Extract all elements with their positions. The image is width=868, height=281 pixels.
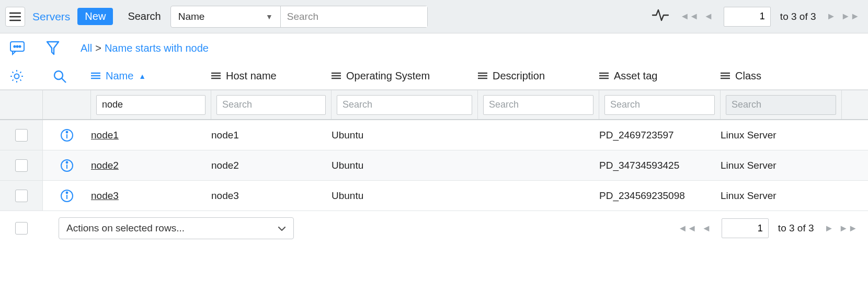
prev-page-icon[interactable]: ◄ bbox=[701, 223, 712, 234]
select-all-checkbox[interactable] bbox=[15, 222, 28, 235]
table-row: node3 node3 Ubuntu PD_234569235098 Linux… bbox=[0, 181, 868, 211]
row-name-link[interactable]: node3 bbox=[91, 190, 119, 201]
table-row: node1 node1 Ubuntu PD_2469723597 Linux S… bbox=[0, 120, 868, 150]
filter-input-hostname[interactable] bbox=[216, 95, 326, 115]
row-asset: PD_234569235098 bbox=[599, 190, 721, 202]
row-host: node3 bbox=[211, 190, 332, 202]
column-header-os[interactable]: Operating System bbox=[332, 70, 478, 82]
next-page-icon[interactable]: ► bbox=[824, 223, 835, 234]
row-checkbox[interactable] bbox=[15, 129, 28, 142]
column-header-name[interactable]: Name ▲ bbox=[91, 70, 211, 82]
filter-input-assettag[interactable] bbox=[604, 95, 715, 115]
column-header-hostname[interactable]: Host name bbox=[211, 70, 332, 82]
search-column-button[interactable] bbox=[43, 69, 91, 84]
last-page-icon[interactable]: ►► bbox=[838, 223, 859, 234]
row-os: Ubuntu bbox=[332, 160, 478, 171]
filter-input-os[interactable] bbox=[337, 95, 472, 115]
bulk-actions-label: Actions on selected rows... bbox=[66, 223, 185, 234]
top-toolbar: Servers New Search Name ▼ ◄◄ ◄ to 3 of 3… bbox=[0, 0, 868, 33]
column-header-row: Name ▲ Host name Operating System Descri… bbox=[0, 63, 868, 90]
pager-nav-right: ► ►► bbox=[826, 11, 861, 22]
svg-point-37 bbox=[66, 192, 68, 193]
chevron-down-icon bbox=[278, 223, 286, 234]
row-checkbox[interactable] bbox=[15, 190, 28, 202]
last-page-icon[interactable]: ►► bbox=[840, 11, 861, 22]
filter-input-name[interactable] bbox=[96, 95, 205, 115]
first-page-icon[interactable]: ◄◄ bbox=[679, 11, 700, 22]
new-button[interactable]: New bbox=[77, 8, 113, 25]
filter-input-class[interactable] bbox=[726, 95, 836, 115]
sort-asc-icon: ▲ bbox=[139, 72, 146, 80]
search-field-group: Name ▼ bbox=[170, 6, 428, 28]
search-input[interactable] bbox=[281, 6, 427, 27]
column-label: Description bbox=[493, 70, 545, 82]
column-menu-icon bbox=[332, 70, 341, 82]
filter-row: All > Name starts with node bbox=[0, 33, 868, 63]
column-label: Asset tag bbox=[614, 70, 657, 82]
filter-input-description[interactable] bbox=[483, 95, 593, 115]
row-info-button[interactable] bbox=[43, 189, 91, 203]
column-label: Class bbox=[735, 70, 761, 82]
row-class: Linux Server bbox=[721, 160, 842, 171]
bulk-actions-select[interactable]: Actions on selected rows... bbox=[59, 217, 294, 239]
column-header-assettag[interactable]: Asset tag bbox=[599, 70, 721, 82]
comment-icon[interactable] bbox=[9, 41, 25, 55]
breadcrumb-filter[interactable]: Name starts with node bbox=[105, 42, 209, 54]
svg-line-10 bbox=[62, 78, 66, 83]
row-info-button[interactable] bbox=[43, 128, 91, 142]
footer-page-number-input[interactable] bbox=[722, 218, 769, 238]
row-class: Linux Server bbox=[721, 130, 842, 141]
svg-point-31 bbox=[66, 131, 68, 133]
column-menu-icon bbox=[721, 70, 730, 82]
info-icon bbox=[60, 189, 74, 203]
column-label: Host name bbox=[226, 70, 277, 82]
svg-marker-7 bbox=[47, 42, 59, 54]
page-number-input[interactable] bbox=[724, 7, 771, 27]
search-label: Search bbox=[128, 10, 161, 22]
row-class: Linux Server bbox=[721, 190, 842, 202]
table-footer: Actions on selected rows... ◄◄ ◄ to 3 of… bbox=[0, 211, 868, 245]
search-icon bbox=[52, 69, 67, 84]
row-info-button[interactable] bbox=[43, 159, 91, 172]
row-host: node1 bbox=[211, 130, 332, 141]
svg-point-5 bbox=[16, 45, 18, 47]
column-menu-icon bbox=[599, 70, 609, 82]
filter-icon[interactable] bbox=[46, 40, 60, 56]
hamburger-icon bbox=[9, 12, 21, 21]
servers-link[interactable]: Servers bbox=[31, 10, 71, 23]
next-page-icon[interactable]: ► bbox=[826, 11, 837, 22]
column-label: Name bbox=[106, 70, 133, 82]
info-icon bbox=[60, 159, 74, 172]
gear-icon bbox=[9, 69, 24, 84]
row-host: node2 bbox=[211, 160, 332, 171]
row-os: Ubuntu bbox=[332, 130, 478, 141]
menu-button[interactable] bbox=[5, 7, 25, 27]
prev-page-icon[interactable]: ◄ bbox=[703, 11, 714, 22]
row-name-link[interactable]: node1 bbox=[91, 130, 119, 140]
svg-point-34 bbox=[66, 161, 68, 163]
column-menu-icon bbox=[478, 70, 487, 82]
column-label: Operating System bbox=[346, 70, 430, 82]
toolbar-right: ◄◄ ◄ to 3 of 3 ► ►► bbox=[652, 7, 861, 27]
column-header-description[interactable]: Description bbox=[478, 70, 599, 82]
page-range-text: to 3 of 3 bbox=[780, 11, 816, 22]
breadcrumb-all[interactable]: All bbox=[81, 42, 92, 54]
row-checkbox[interactable] bbox=[15, 159, 28, 172]
column-menu-icon bbox=[211, 70, 221, 82]
activity-icon[interactable] bbox=[652, 8, 669, 25]
search-field-select[interactable]: Name ▼ bbox=[171, 6, 281, 27]
breadcrumb-separator: > bbox=[95, 42, 101, 54]
first-page-icon[interactable]: ◄◄ bbox=[677, 223, 698, 234]
svg-point-6 bbox=[19, 45, 20, 47]
svg-point-4 bbox=[14, 45, 15, 47]
settings-button[interactable] bbox=[0, 69, 43, 84]
chevron-down-icon: ▼ bbox=[266, 13, 273, 21]
search-input-wrap bbox=[281, 6, 427, 27]
search-field-value: Name bbox=[178, 11, 205, 22]
column-filter-row bbox=[0, 90, 868, 120]
column-header-class[interactable]: Class bbox=[721, 70, 842, 82]
row-name-link[interactable]: node2 bbox=[91, 160, 119, 171]
footer-pager: ◄◄ ◄ to 3 of 3 ► ►► bbox=[677, 218, 859, 238]
svg-point-8 bbox=[15, 74, 19, 78]
breadcrumb: All > Name starts with node bbox=[81, 42, 209, 54]
